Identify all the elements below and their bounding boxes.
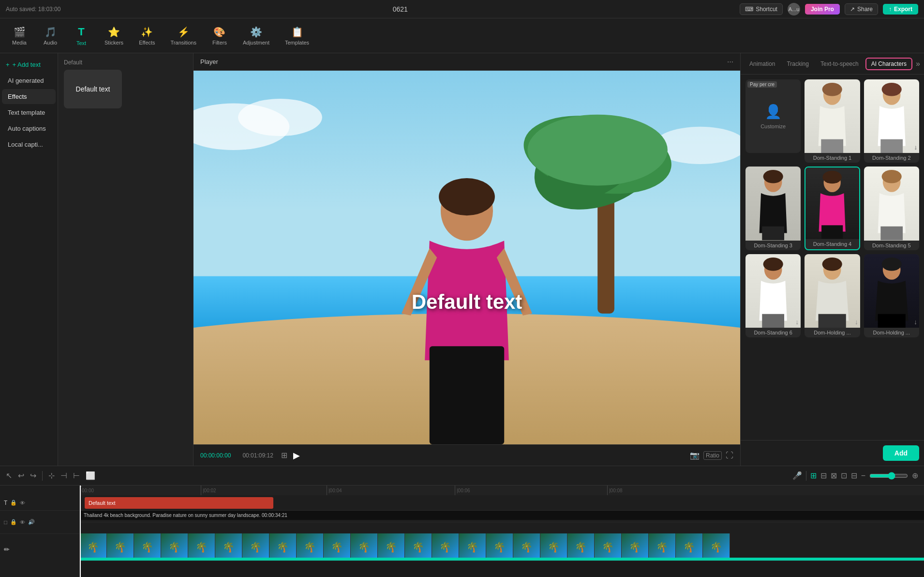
join-pro-button[interactable]: Join Pro <box>805 4 840 15</box>
svg-rect-22 <box>762 227 784 241</box>
ai-char-dom-standing-3[interactable]: Dom-Standing 3 <box>745 167 801 250</box>
lock-icon-main[interactable]: 🔒 <box>10 519 17 525</box>
thumb-5: 🌴 <box>188 533 215 561</box>
redo-button[interactable]: ↪ <box>30 471 36 480</box>
playhead[interactable] <box>80 486 81 577</box>
download-icon-7[interactable]: ↓ <box>855 318 858 326</box>
text-track-icon: T <box>4 500 7 506</box>
split-tool[interactable]: ⊹ <box>48 471 55 480</box>
ai-char-dom-standing-4[interactable]: Dom-Standing 4 <box>805 167 860 250</box>
toolbar-text[interactable]: T Text <box>67 23 96 49</box>
svg-point-30 <box>763 258 783 271</box>
toolbar-separator-1 <box>42 471 43 481</box>
split-v-tool[interactable]: ⊣ <box>60 471 67 480</box>
add-character-button[interactable]: Add <box>883 445 919 461</box>
tab-animation[interactable]: Animation <box>745 59 780 69</box>
ai-char-dom-holding-1[interactable]: ↓ Dom-Holding ... <box>805 254 860 337</box>
text-track-item[interactable]: Default text <box>85 497 273 509</box>
toolbar-filters[interactable]: 🎨 Filters <box>205 23 234 48</box>
pencil-icon[interactable]: ✏ <box>4 546 10 553</box>
video-track-info: Thailand 4k beach background. Paradise n… <box>80 511 924 520</box>
sidebar-item-local-captions[interactable]: Local capti... <box>2 137 56 152</box>
user-avatar[interactable]: A...u <box>788 3 800 15</box>
timeline-ruler: 00:00 |00:02 |00:04 |00:06 |00:08 <box>80 486 924 495</box>
caption-icon[interactable]: ⊟ <box>851 471 857 480</box>
thumb-17: 🌴 <box>513 533 540 561</box>
sidebar-item-effects[interactable]: Effects <box>2 89 56 104</box>
stickers-icon: ⭐ <box>108 26 120 38</box>
audio-icon-main[interactable]: 🔊 <box>28 519 35 525</box>
export-button[interactable]: ↑ Export <box>883 4 918 15</box>
toolbar-effects[interactable]: ✨ Effects <box>132 23 162 48</box>
screenshot-icon[interactable]: 📷 <box>690 451 700 460</box>
toolbar-media[interactable]: 🎬 Media <box>5 23 34 48</box>
svg-rect-25 <box>821 226 843 239</box>
thumb-12: 🌴 <box>378 533 405 561</box>
char-label-3: Dom-Standing 3 <box>745 241 801 250</box>
download-icon-8[interactable]: ↓ <box>914 318 917 326</box>
right-panel: Animation Tracking Text-to-speech AI Cha… <box>740 53 924 466</box>
char-label-7: Dom-Holding ... <box>805 328 860 337</box>
select-tool[interactable]: ↖ <box>6 471 12 480</box>
toolbar-audio[interactable]: 🎵 Audio <box>36 23 65 48</box>
fullscreen-icon[interactable]: ⛶ <box>726 451 733 460</box>
default-text-preset[interactable]: Default text <box>64 70 122 108</box>
svg-rect-16 <box>821 139 844 153</box>
player-menu-icon[interactable]: ⋯ <box>727 58 733 65</box>
ratio-button[interactable]: Ratio <box>703 451 722 460</box>
zoom-in-icon[interactable]: ⊕ <box>912 471 918 480</box>
play-button[interactable]: ▶ <box>293 450 300 461</box>
zoom-slider[interactable] <box>869 472 908 480</box>
ai-char-dom-standing-2[interactable]: ↓ ↓ Dom-Standing 2 <box>864 79 919 163</box>
delete-tool[interactable]: ⬜ <box>86 471 95 480</box>
download-icon-2[interactable]: ↓ <box>914 143 917 151</box>
zoom-out-icon[interactable]: − <box>861 471 865 480</box>
ruler-mark-6: |00:06 <box>455 486 470 495</box>
ai-char-customize-card[interactable]: Pay per cre 👤 Customize <box>745 79 801 163</box>
ai-char-dom-standing-5[interactable]: Dom-Standing 5 <box>864 167 919 250</box>
download-icon-6[interactable]: ↓ <box>795 318 799 326</box>
undo-button[interactable]: ↩ <box>18 471 24 480</box>
ai-char-dom-holding-2[interactable]: ↓ Dom-Holding ... <box>864 254 919 337</box>
thumb-1: 🌴 <box>80 533 107 561</box>
tab-tracking[interactable]: Tracking <box>782 59 814 69</box>
video-track-label: ✏ <box>0 534 79 565</box>
toolbar-templates[interactable]: 📋 Templates <box>278 23 316 48</box>
sidebar-item-text-template[interactable]: Text template <box>2 105 56 120</box>
ruler-mark-4: |00:04 <box>327 486 342 495</box>
char-label-8: Dom-Holding ... <box>864 328 919 337</box>
ai-char-dom-standing-1[interactable]: Dom-Standing 1 <box>805 79 860 163</box>
microphone-icon[interactable]: 🎤 <box>792 471 802 480</box>
eye-icon-main[interactable]: 👁 <box>20 519 25 525</box>
top-bar: Auto saved: 18:03:00 0621 ⌨ Shortcut A..… <box>0 0 924 18</box>
tab-text-to-speech[interactable]: Text-to-speech <box>816 59 864 69</box>
tab-ai-characters[interactable]: AI Characters <box>865 58 912 70</box>
sidebar-item-ai-generated[interactable]: AI generated <box>2 73 56 88</box>
toolbar-adjustment[interactable]: ⚙️ Adjustment <box>236 23 276 48</box>
toolbar-transitions[interactable]: ⚡ Transitions <box>164 23 203 48</box>
right-panel-footer: Add <box>741 440 924 466</box>
svg-rect-31 <box>762 314 784 328</box>
toolbar-stickers[interactable]: ⭐ Stickers <box>98 23 130 48</box>
keyboard-icon: ⌨ <box>745 6 753 13</box>
snap-icon[interactable]: ⊞ <box>810 471 817 480</box>
split-clip-icon[interactable]: ⊡ <box>841 471 847 480</box>
magnet-icon[interactable]: ⊟ <box>820 471 827 480</box>
video-thumbnail-track[interactable]: 🌴 🌴 🌴 🌴 🌴 🌴 🌴 🌴 🌴 🌴 🌴 🌴 🌴 🌴 🌴 🌴 <box>80 522 924 561</box>
split-h-tool[interactable]: ⊢ <box>73 471 80 480</box>
ai-char-dom-standing-6[interactable]: ↓ Dom-Standing 6 <box>745 254 801 337</box>
player-controls-right: 📷 Ratio ⛶ <box>690 451 733 460</box>
link-icon[interactable]: ⊠ <box>831 471 837 480</box>
sidebar-item-auto-captions[interactable]: Auto captions <box>2 121 56 136</box>
svg-rect-28 <box>880 227 903 241</box>
thumb-16: 🌴 <box>486 533 513 561</box>
thumb-13: 🌴 <box>405 533 432 561</box>
eye-icon[interactable]: 👁 <box>20 500 25 506</box>
grid-view-icon[interactable]: ⊞ <box>281 451 287 460</box>
shortcut-button[interactable]: ⌨ Shortcut <box>740 3 783 15</box>
share-button[interactable]: ↗ Share <box>845 3 878 15</box>
add-text-button[interactable]: + + Add text <box>0 57 58 72</box>
collapse-panel-button[interactable]: » <box>916 60 920 68</box>
lock-icon[interactable]: 🔒 <box>10 500 17 506</box>
thumb-10: 🌴 <box>324 533 351 561</box>
